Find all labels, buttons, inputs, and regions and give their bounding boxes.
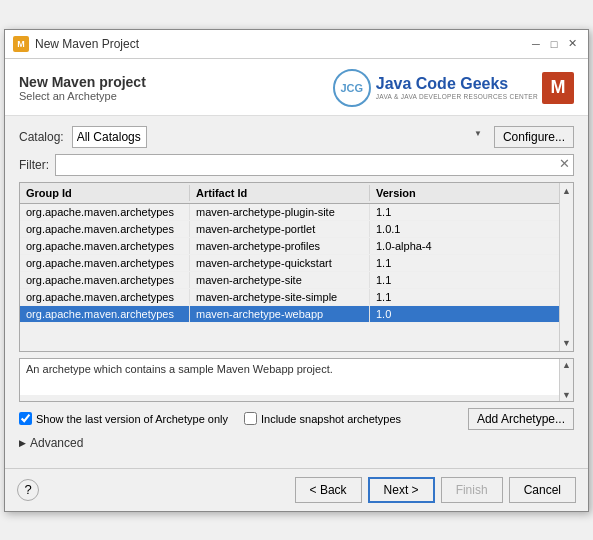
advanced-label: Advanced (30, 436, 83, 450)
advanced-row[interactable]: ▶ Advanced (19, 436, 574, 450)
col-header-artifactid: Artifact Id (190, 185, 370, 201)
scroll-down-arrow[interactable]: ▼ (562, 336, 571, 350)
catalog-label: Catalog: (19, 130, 64, 144)
next-button[interactable]: Next > (368, 477, 435, 503)
configure-button[interactable]: Configure... (494, 126, 574, 148)
java-subtitle: JAVA & JAVA DEVELOPER RESOURCES CENTER (376, 93, 538, 100)
scroll-up-arrow[interactable]: ▲ (562, 184, 571, 198)
bottom-left: ? (17, 479, 39, 501)
snapshot-checkbox-item: Include snapshot archetypes (244, 412, 401, 425)
last-version-checkbox[interactable] (19, 412, 32, 425)
checkbox-row: Show the last version of Archetype only … (19, 408, 574, 430)
table-inner: Group Id Artifact Id Version org.apache.… (20, 183, 559, 351)
col-header-groupid: Group Id (20, 185, 190, 201)
table-row[interactable]: org.apache.maven.archetypes maven-archet… (20, 238, 559, 255)
help-button[interactable]: ? (17, 479, 39, 501)
table-header: Group Id Artifact Id Version (20, 183, 559, 204)
desc-scroll-up[interactable]: ▲ (562, 360, 571, 370)
snapshot-label: Include snapshot archetypes (261, 413, 401, 425)
catalog-select-wrapper: All Catalogs Internal Local Remote (72, 126, 486, 148)
desc-scroll-down[interactable]: ▼ (562, 390, 571, 400)
title-bar-left: M New Maven Project (13, 36, 139, 52)
bottom-right: < Back Next > Finish Cancel (295, 477, 576, 503)
header-text: New Maven project Select an Archetype (19, 74, 146, 102)
page-heading: New Maven project (19, 74, 146, 90)
table-body: org.apache.maven.archetypes maven-archet… (20, 204, 559, 351)
window-icon: M (13, 36, 29, 52)
advanced-arrow-icon: ▶ (19, 438, 26, 448)
filter-input-wrapper: ✕ (55, 154, 574, 176)
title-bar-controls: ─ □ ✕ (528, 36, 580, 52)
catalog-row: Catalog: All Catalogs Internal Local Rem… (19, 126, 574, 148)
filter-clear-icon[interactable]: ✕ (559, 157, 570, 170)
table-row[interactable]: org.apache.maven.archetypes maven-archet… (20, 221, 559, 238)
desc-scrollbar[interactable]: ▲ ▼ (559, 359, 573, 401)
page-subheading: Select an Archetype (19, 90, 146, 102)
table-row[interactable]: org.apache.maven.archetypes maven-archet… (20, 289, 559, 306)
finish-button[interactable]: Finish (441, 477, 503, 503)
main-window: M New Maven Project ─ □ ✕ New Maven proj… (4, 29, 589, 512)
last-version-checkbox-item: Show the last version of Archetype only (19, 412, 228, 425)
catalog-select[interactable]: All Catalogs Internal Local Remote (72, 126, 147, 148)
filter-input[interactable] (55, 154, 574, 176)
bottom-bar: ? < Back Next > Finish Cancel (5, 468, 588, 511)
header-logo: JCG Java Code Geeks JAVA & JAVA DEVELOPE… (333, 69, 574, 107)
maximize-button[interactable]: □ (546, 36, 562, 52)
maven-logo: M (542, 72, 574, 104)
header-section: New Maven project Select an Archetype JC… (5, 59, 588, 116)
archetype-table: Group Id Artifact Id Version org.apache.… (19, 182, 574, 352)
java-code-geeks-title: Java Code Geeks (376, 75, 538, 93)
svg-text:M: M (17, 39, 25, 49)
add-archetype-button[interactable]: Add Archetype... (468, 408, 574, 430)
description-box: An archetype which contains a sample Mav… (20, 359, 559, 395)
window-title: New Maven Project (35, 37, 139, 51)
filter-row: Filter: ✕ (19, 154, 574, 176)
filter-label: Filter: (19, 158, 49, 172)
back-button[interactable]: < Back (295, 477, 362, 503)
table-row[interactable]: org.apache.maven.archetypes maven-archet… (20, 255, 559, 272)
main-content: Catalog: All Catalogs Internal Local Rem… (5, 116, 588, 468)
cancel-button[interactable]: Cancel (509, 477, 576, 503)
last-version-label: Show the last version of Archetype only (36, 413, 228, 425)
minimize-button[interactable]: ─ (528, 36, 544, 52)
title-bar: M New Maven Project ─ □ ✕ (5, 30, 588, 59)
col-header-version: Version (370, 185, 559, 201)
table-row-selected[interactable]: org.apache.maven.archetypes maven-archet… (20, 306, 559, 323)
table-scrollbar[interactable]: ▲ ▼ (559, 183, 573, 351)
jcg-logo: JCG (333, 69, 371, 107)
table-row[interactable]: org.apache.maven.archetypes maven-archet… (20, 272, 559, 289)
table-row[interactable]: org.apache.maven.archetypes maven-archet… (20, 204, 559, 221)
snapshot-checkbox[interactable] (244, 412, 257, 425)
close-button[interactable]: ✕ (564, 36, 580, 52)
